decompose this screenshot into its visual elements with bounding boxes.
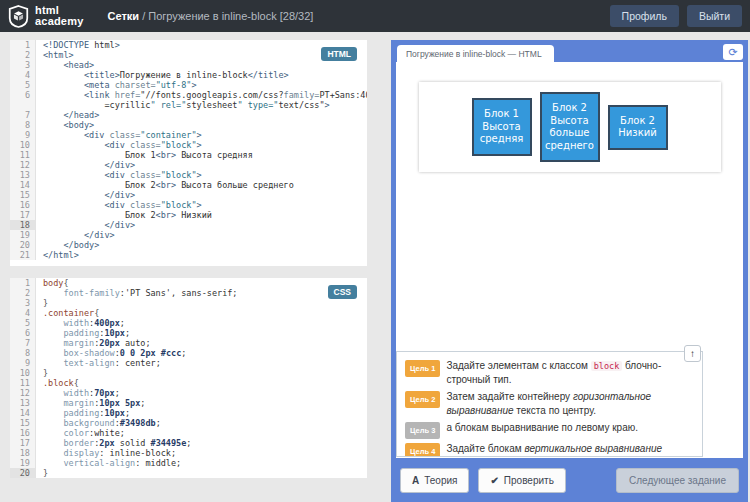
topbar-actions: Профиль Выйти [610, 5, 742, 27]
html-code-area[interactable]: 1<!DOCTYPE html>2<html>3 <head>4 <title>… [10, 40, 367, 260]
refresh-button[interactable]: ⟳ [723, 44, 743, 60]
code-line[interactable]: 9 text-align: center; [10, 358, 367, 368]
code-line[interactable]: 17 border:2px solid #34495e; [10, 438, 367, 448]
html-editor[interactable]: HTML 1<!DOCTYPE html>2<html>3 <head>4 <t… [10, 40, 367, 266]
code-line[interactable]: 3 <head> [10, 60, 367, 70]
line-number: 12 [10, 388, 36, 398]
line-content: <div class="block"> [36, 170, 202, 180]
line-number [10, 100, 36, 110]
line-number: 11 [10, 150, 36, 160]
line-number: 10 [10, 368, 36, 378]
code-line[interactable]: 4.container{ [10, 308, 367, 318]
goal-item: Цель 2Затем задайте контейнеру горизонта… [405, 390, 694, 418]
collapse-goals-button[interactable]: ↑ [684, 345, 701, 362]
line-content: <title>Погружение в inline-block</title> [36, 70, 289, 80]
goal-text: Затем задайте контейнеру горизонтальное … [446, 390, 694, 418]
line-number: 8 [10, 120, 36, 130]
code-line[interactable]: 6 <link href="//fonts.googleapis.com/css… [10, 90, 367, 100]
line-content: Блок 2<br> Высота больше среднего [36, 180, 294, 190]
theory-button-label: Теория [424, 475, 457, 486]
code-line[interactable]: 16 <div class="block"> [10, 200, 367, 210]
code-line[interactable]: 7 margin:20px auto; [10, 338, 367, 348]
breadcrumb-course-link[interactable]: Сетки [108, 10, 140, 22]
line-content: <body> [36, 120, 94, 130]
goal-item: Цель 1Задайте элементам с классом block … [405, 359, 694, 387]
code-line[interactable]: 12 </div> [10, 160, 367, 170]
code-line[interactable]: 8 box-shadow:0 0 2px #ccc; [10, 348, 367, 358]
line-content: color:white; [36, 428, 125, 438]
code-line[interactable]: 20} [10, 468, 367, 478]
code-line[interactable]: 3} [10, 298, 367, 308]
topbar: html academy Сетки / Погружение в inline… [0, 0, 750, 32]
line-number: 20 [10, 240, 36, 250]
code-line[interactable]: 2<html> [10, 50, 367, 60]
line-content: <div class="block"> [36, 140, 202, 150]
line-content: padding:10px; [36, 408, 130, 418]
code-line[interactable]: 21</html> [10, 250, 367, 260]
code-line[interactable]: 19 vertical-align: middle; [10, 458, 367, 468]
code-line[interactable]: =cyrillic" rel="stylesheet" type="text/c… [10, 100, 367, 110]
line-number: 19 [10, 458, 36, 468]
css-editor-badge: CSS [328, 285, 357, 299]
code-line[interactable]: 4 <title>Погружение в inline-block</titl… [10, 70, 367, 80]
line-content: margin:20px auto; [36, 338, 151, 348]
next-task-button[interactable]: Следующее задание [616, 468, 739, 493]
line-number: 15 [10, 190, 36, 200]
code-line[interactable]: 6 padding:10px; [10, 328, 367, 338]
inline-code: block [591, 361, 623, 371]
code-line[interactable]: 11 Блок 1<br> Высота средняя [10, 150, 367, 160]
code-line[interactable]: 18 display: inline-block; [10, 448, 367, 458]
code-line[interactable]: 8 <body> [10, 120, 367, 130]
code-line[interactable]: 13 <div class="block"> [10, 170, 367, 180]
theory-button[interactable]: А Теория [400, 468, 469, 493]
line-content: background:#3498db; [36, 418, 161, 428]
code-line[interactable]: 13 margin:10px 5px; [10, 398, 367, 408]
code-line[interactable]: 1body{ [10, 278, 367, 288]
code-line[interactable]: 19 </div> [10, 230, 367, 240]
line-content: width:400px; [36, 318, 125, 328]
code-line[interactable]: 10} [10, 368, 367, 378]
code-line[interactable]: 12 width:70px; [10, 388, 367, 398]
code-line[interactable]: 5 width:400px; [10, 318, 367, 328]
profile-button[interactable]: Профиль [610, 5, 679, 27]
code-line[interactable]: 16 color:white; [10, 428, 367, 438]
code-line[interactable]: 2 font-family:'PT Sans', sans-serif; [10, 288, 367, 298]
check-button[interactable]: ✔ Проверить [478, 468, 565, 493]
line-number: 14 [10, 408, 36, 418]
footer-bar: А Теория ✔ Проверить Следующее задание [391, 458, 748, 502]
line-number: 9 [10, 358, 36, 368]
preview-tab[interactable]: Погружение в inline-block — HTML [397, 45, 554, 62]
goals-list: Цель 1Задайте элементам с классом block … [405, 359, 694, 457]
code-line[interactable]: 7 </head> [10, 110, 367, 120]
line-content: } [36, 368, 48, 378]
line-content: </div> [36, 190, 135, 200]
code-line[interactable]: 18 </div> [10, 220, 367, 230]
code-line[interactable]: 15 </div> [10, 190, 367, 200]
line-number: 8 [10, 348, 36, 358]
line-content: Блок 2<br> Низкий [36, 210, 212, 220]
html-academy-logo[interactable]: html academy [0, 5, 84, 28]
code-line[interactable]: 20 </body> [10, 240, 367, 250]
code-line[interactable]: 11.block{ [10, 378, 367, 388]
code-line[interactable]: 9 <div class="container"> [10, 130, 367, 140]
goal-badge: Цель 1 [405, 360, 440, 377]
code-line[interactable]: 14 Блок 2<br> Высота больше среднего [10, 180, 367, 190]
css-code-area[interactable]: 1body{2 font-family:'PT Sans', sans-seri… [10, 278, 367, 478]
line-content: <!DOCTYPE html> [36, 40, 120, 50]
line-number: 6 [10, 328, 36, 338]
code-line[interactable]: 5 <meta charset="utf-8"> [10, 80, 367, 90]
code-line[interactable]: 15 background:#3498db; [10, 418, 367, 428]
logout-button[interactable]: Выйти [687, 5, 742, 27]
css-editor[interactable]: CSS 1body{2 font-family:'PT Sans', sans-… [10, 278, 367, 478]
line-number: 17 [10, 210, 36, 220]
preview-tab-title: Погружение в inline-block — HTML [406, 49, 542, 59]
code-line[interactable]: 1<!DOCTYPE html> [10, 40, 367, 50]
code-line[interactable]: 14 padding:10px; [10, 408, 367, 418]
line-content: .container{ [36, 308, 99, 318]
code-line[interactable]: 10 <div class="block"> [10, 140, 367, 150]
line-content: </head> [36, 110, 99, 120]
html-academy-logo-icon [8, 5, 29, 28]
preview-tabbar: Погружение в inline-block — HTML ⟳ [391, 40, 748, 62]
code-line[interactable]: 17 Блок 2<br> Низкий [10, 210, 367, 220]
goal-text: Задайте элементам с классом block блочно… [446, 359, 694, 387]
